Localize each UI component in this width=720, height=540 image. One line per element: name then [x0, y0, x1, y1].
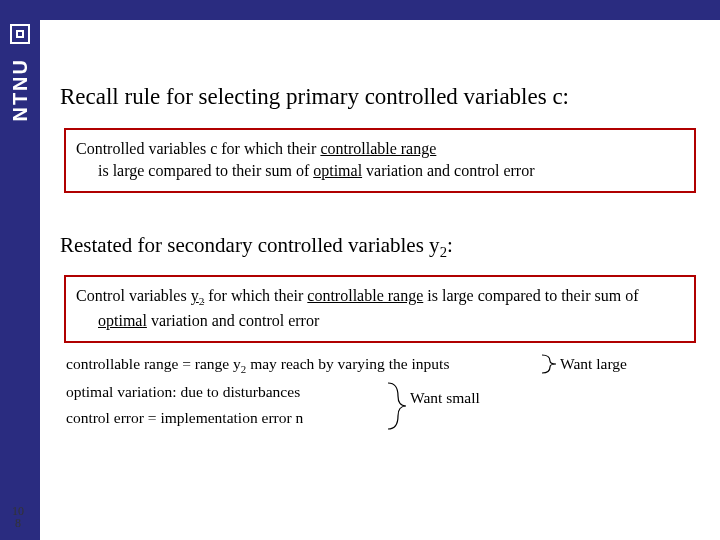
rule-box-secondary: Control variables y2 for which their con…	[64, 275, 696, 343]
slide-title: Recall rule for selecting primary contro…	[60, 84, 700, 110]
box2-text4: variation and control error	[147, 312, 319, 329]
box1-text2: is large compared to their sum of	[98, 162, 313, 179]
annotation-want-large: Want large	[560, 351, 627, 377]
def3-text: control error = implementation error n	[66, 409, 303, 426]
rule-box-primary: Controlled variables c for which their c…	[64, 128, 696, 193]
box2-y: y	[191, 287, 199, 304]
box1-underline-1: controllable range	[320, 140, 436, 157]
def-control-error: control error = implementation error n	[66, 405, 700, 431]
box2-text: Control variables	[76, 287, 191, 304]
definitions: controllable range = range y2 may reach …	[60, 351, 700, 431]
page-num-bottom: 8	[12, 517, 24, 530]
sidebar: NTNU	[0, 0, 40, 540]
subtitle-post: :	[447, 233, 453, 257]
def1-text: controllable range = range y	[66, 355, 241, 372]
def2-text: optimal variation: due to disturbances	[66, 383, 300, 400]
subtitle-sub: 2	[440, 244, 447, 260]
box1-underline-2: optimal	[313, 162, 362, 179]
top-bar	[0, 0, 720, 20]
box2-underline-1: controllable range	[307, 287, 423, 304]
slide-subtitle: Restated for secondary controlled variab…	[60, 233, 700, 261]
box2-underline-2: optimal	[98, 312, 147, 329]
brace-small-icon	[386, 381, 408, 431]
slide-content: Recall rule for selecting primary contro…	[40, 20, 720, 540]
annotation-want-small: Want small	[410, 385, 480, 411]
box1-text3: variation and control error	[362, 162, 534, 179]
box1-text: Controlled variables c for which their	[76, 140, 320, 157]
ntnu-logo-icon	[10, 24, 30, 44]
brace-large-icon	[540, 353, 558, 375]
subtitle-text: Restated for secondary controlled variab…	[60, 233, 440, 257]
def1-text2: may reach by varying the inputs	[246, 355, 449, 372]
box2-text3: is large compared to their sum of	[423, 287, 638, 304]
page-number: 10 8	[12, 505, 24, 530]
box2-text2: for which their	[204, 287, 307, 304]
def-optimal-variation: optimal variation: due to disturbances	[66, 379, 700, 405]
ntnu-logo-text: NTNU	[9, 58, 32, 122]
title-text: Recall rule for selecting primary contro…	[60, 84, 569, 109]
